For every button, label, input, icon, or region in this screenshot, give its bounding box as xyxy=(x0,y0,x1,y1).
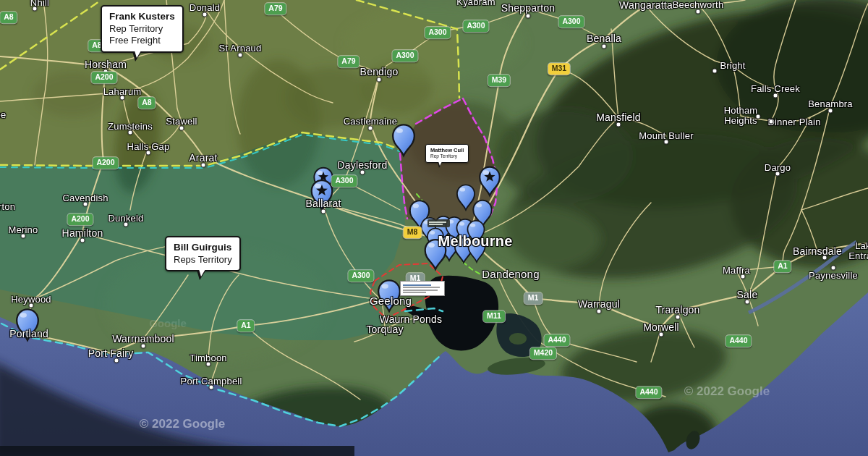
route-shield: A300 xyxy=(425,27,450,38)
city-dot xyxy=(597,309,602,314)
city-label: Geelong xyxy=(370,295,412,307)
city-label: Maffra xyxy=(723,265,750,276)
city-label: Benambra xyxy=(808,98,853,109)
route-shield: A1 xyxy=(774,261,791,272)
territory-bill-line1: Reps Territory xyxy=(174,254,232,266)
city-dot xyxy=(676,315,681,320)
territory-matthew-title: Matthew Cull xyxy=(430,147,464,153)
city-dot xyxy=(664,140,669,145)
city-dot xyxy=(21,234,26,239)
city-dot xyxy=(179,126,184,131)
territory-frank-line1: Rep Territory xyxy=(109,23,175,35)
city-dot xyxy=(203,12,208,17)
city-label: Donald xyxy=(190,2,220,13)
route-shield: A300 xyxy=(463,20,488,32)
city-label: Kyabram xyxy=(456,0,495,7)
city-dot xyxy=(238,53,243,58)
city-label: Casterton xyxy=(0,201,15,212)
route-shield: A300 xyxy=(558,16,584,28)
city-dot xyxy=(128,130,133,135)
route-shield: A440 xyxy=(636,387,661,398)
city-label: St Arnaud xyxy=(219,43,262,54)
city-label: Dandenong xyxy=(482,268,539,280)
place-chip xyxy=(427,219,450,227)
route-shield: A440 xyxy=(726,335,751,347)
route-shield: M1 xyxy=(524,292,542,304)
city-label: Portland xyxy=(9,328,48,339)
city-label: Melbourne xyxy=(438,233,513,250)
route-shield: A8 xyxy=(138,97,155,109)
map-watermark: Google xyxy=(149,317,187,329)
city-label: Benalla xyxy=(587,33,621,44)
info-tooltip xyxy=(400,281,445,296)
city-label: Paynesville xyxy=(809,270,858,281)
route-shield: M11 xyxy=(483,311,505,322)
territory-label-frank[interactable]: Frank Kusters Rep Territory Free Freight xyxy=(101,5,184,53)
tooltip-text-line xyxy=(403,290,438,291)
city-dot xyxy=(321,209,326,214)
city-label: Bright xyxy=(720,60,745,71)
city-label: Bairnsdale xyxy=(793,245,842,257)
chip-text-line xyxy=(429,224,443,225)
route-shield: A200 xyxy=(67,214,93,225)
labels-layer: NhillDonaldSt ArnaudKyabramSheppartonBen… xyxy=(0,0,868,456)
city-label: Stawell xyxy=(166,116,197,127)
route-shield: A79 xyxy=(265,3,286,14)
map-watermark: © 2022 Google xyxy=(140,417,225,431)
map-canvas[interactable]: NhillDonaldSt ArnaudKyabramSheppartonBen… xyxy=(0,0,868,456)
chip-text-line xyxy=(429,221,446,223)
city-dot xyxy=(114,358,119,363)
city-dot xyxy=(83,202,88,207)
route-shield: A300 xyxy=(348,270,373,282)
city-dot xyxy=(360,170,365,175)
city-dot xyxy=(201,163,206,168)
territory-frank-line2: Free Freight xyxy=(109,35,175,47)
city-dot xyxy=(33,7,38,12)
city-dot xyxy=(124,222,129,227)
city-dot xyxy=(756,114,761,119)
city-dot xyxy=(831,266,836,271)
city-dot xyxy=(659,332,664,337)
tooltip-text-line xyxy=(403,284,431,286)
tooltip-text-line xyxy=(403,287,440,288)
route-shield: M39 xyxy=(488,75,510,86)
city-dot xyxy=(773,93,778,98)
city-dot xyxy=(526,14,531,19)
city-dot xyxy=(141,344,146,349)
city-dot xyxy=(206,362,211,367)
city-label: Edenhope xyxy=(0,109,6,120)
territory-label-matthew[interactable]: Matthew Cull Rep Territory xyxy=(425,144,469,163)
city-dot xyxy=(616,122,621,127)
city-dot xyxy=(377,77,382,83)
city-label: Castlemaine xyxy=(344,116,397,127)
route-shield: M31 xyxy=(548,63,570,75)
city-label: Hotham Heights xyxy=(724,106,758,127)
city-label: Lakes Entrance xyxy=(848,241,868,262)
city-label: Bendigo xyxy=(360,66,399,77)
route-shield: A300 xyxy=(331,175,357,187)
city-label: Dinner Plain xyxy=(767,117,820,127)
territory-label-bill[interactable]: Bill Guirguis Reps Territory xyxy=(165,236,241,271)
route-shield: A440 xyxy=(544,334,569,346)
city-dot xyxy=(29,303,34,308)
map-watermark: © 2022 Google xyxy=(684,384,770,399)
city-label: Shepparton xyxy=(501,2,555,14)
city-label: Ballarat xyxy=(305,198,341,209)
city-dot xyxy=(822,256,827,261)
route-shield: A300 xyxy=(392,50,417,62)
route-shield: M420 xyxy=(530,347,556,359)
city-label: Port Fairy xyxy=(88,347,134,359)
territory-matthew-line1: Rep Territory xyxy=(430,153,464,159)
city-dot xyxy=(120,96,125,101)
route-shield: A1 xyxy=(237,320,254,332)
route-shield: A79 xyxy=(338,56,359,67)
territory-frank-title: Frank Kusters xyxy=(109,10,175,23)
territory-bill-title: Bill Guirguis xyxy=(174,241,232,254)
city-label: Wangaratta xyxy=(619,0,673,11)
city-dot xyxy=(368,126,373,131)
city-dot xyxy=(769,119,774,124)
route-shield: A200 xyxy=(91,72,116,83)
city-dot xyxy=(696,9,701,14)
route-shield: A8 xyxy=(0,12,17,23)
city-label: Falls Creek xyxy=(751,83,800,94)
